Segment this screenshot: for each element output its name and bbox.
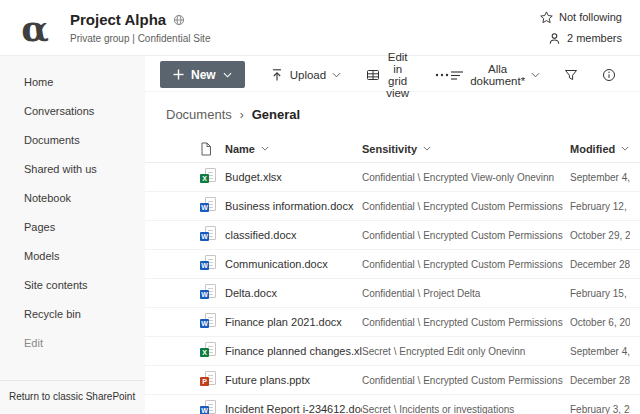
file-modified-date: February 15, 2021 (570, 288, 630, 299)
plus-icon (173, 69, 184, 80)
site-info: Project Alpha Private group | Confidenti… (70, 11, 210, 44)
word-file-icon: W (200, 226, 216, 241)
info-icon (602, 68, 616, 82)
sidebar-item-shared-with-us[interactable]: Shared with us (0, 155, 145, 184)
file-modified-date: December 28, 2020 (570, 375, 630, 386)
new-button-label: New (191, 68, 216, 82)
excel-file-icon: X (200, 342, 216, 357)
return-to-classic-link[interactable]: Return to classic SharePoint (0, 380, 145, 414)
sidebar-item-edit[interactable]: Edit (0, 329, 145, 358)
document-library: Name Sensitivity Modified X Budget.xlsx (145, 135, 640, 414)
chevron-down-icon (531, 72, 540, 78)
command-bar: New Upload (145, 56, 640, 92)
file-name-link[interactable]: Finance planned changes.xlsx (225, 345, 362, 357)
word-file-icon: W (200, 255, 216, 270)
site-logo[interactable]: α (12, 3, 58, 53)
file-modified-date: February 3, 2022 (570, 404, 630, 414)
file-modified-date: September 4, 2022 (570, 346, 630, 357)
sidebar-item-site-contents[interactable]: Site contents (0, 271, 145, 300)
column-header-modified[interactable]: Modified (570, 143, 630, 155)
table-row[interactable]: W Communication.docx Confidential \ Encr… (145, 250, 640, 279)
column-name-label: Name (225, 143, 255, 155)
file-name-link[interactable]: Future plans.pptx (225, 374, 362, 386)
more-options-button[interactable] (434, 68, 450, 82)
word-file-icon: W (200, 197, 216, 212)
file-name-link[interactable]: Delta.docx (225, 287, 362, 299)
file-name-link[interactable]: Incident Report i-234612.docx (225, 403, 362, 414)
file-sensitivity-label: Confidential \ Encrypted View-only Onevi… (362, 172, 570, 183)
filter-funnel-icon (564, 68, 578, 82)
table-row[interactable]: W classified.docx Confidential \ Encrypt… (145, 221, 640, 250)
upload-button[interactable]: Upload (270, 68, 341, 82)
word-file-icon: W (200, 400, 216, 414)
sidebar-item-recycle-bin[interactable]: Recycle bin (0, 300, 145, 329)
file-sensitivity-label: Confidential \ Encrypted Custom Permissi… (362, 201, 570, 212)
breadcrumb-separator: › (240, 108, 244, 122)
members-label: 2 members (567, 32, 622, 44)
chevron-down-icon (423, 146, 431, 151)
sidebar-item-models[interactable]: Models (0, 242, 145, 271)
file-name-link[interactable]: Communication.docx (225, 258, 362, 270)
filter-button[interactable] (564, 68, 578, 82)
edit-in-grid-view-button[interactable]: Edit in grid view (366, 51, 409, 99)
view-lines-icon (450, 69, 464, 81)
upload-label: Upload (290, 69, 326, 81)
file-sensitivity-label: Confidential \ Encrypted Custom Permissi… (362, 375, 570, 386)
edit-in-grid-view-label: Edit in grid view (386, 51, 409, 99)
members-button[interactable]: 2 members (548, 32, 622, 45)
column-modified-label: Modified (570, 143, 615, 155)
sidebar-item-conversations[interactable]: Conversations (0, 97, 145, 126)
file-sensitivity-label: Confidential \ Project Delta (362, 288, 570, 299)
file-modified-date: December 28, 2022 (570, 259, 630, 270)
site-classification-icon (173, 14, 185, 26)
file-name-link[interactable]: Business information.docx (225, 200, 362, 212)
table-row[interactable]: W Delta.docx Confidential \ Project Delt… (145, 279, 640, 308)
file-sensitivity-label: Confidential \ Encrypted Custom Permissi… (362, 317, 570, 328)
chevron-down-icon (621, 146, 629, 151)
sidebar-item-pages[interactable]: Pages (0, 213, 145, 242)
table-row[interactable]: P Future plans.pptx Confidential \ Encry… (145, 366, 640, 395)
column-header-type[interactable] (200, 142, 225, 156)
word-file-icon: W (200, 313, 216, 328)
chevron-down-icon (332, 72, 341, 78)
word-file-icon: W (200, 284, 216, 299)
file-sensitivity-label: Secret \ Encrypted Edit only Onevinn (362, 346, 570, 357)
site-subtitle: Private group | Confidential Site (70, 33, 210, 44)
star-icon (540, 11, 553, 24)
person-icon (548, 32, 561, 45)
table-header: Name Sensitivity Modified (145, 135, 640, 163)
file-name-link[interactable]: classified.docx (225, 229, 362, 241)
site-title[interactable]: Project Alpha (70, 11, 166, 28)
table-row[interactable]: W Finance plan 2021.docx Confidential \ … (145, 308, 640, 337)
column-sensitivity-label: Sensitivity (362, 143, 417, 155)
grid-icon (366, 68, 380, 82)
sidebar-item-home[interactable]: Home (0, 68, 145, 97)
file-name-link[interactable]: Budget.xlsx (225, 171, 362, 183)
column-header-name[interactable]: Name (225, 143, 362, 155)
upload-icon (270, 68, 284, 82)
chevron-down-icon (261, 146, 269, 151)
follow-button[interactable]: Not following (540, 11, 622, 24)
file-name-link[interactable]: Finance plan 2021.docx (225, 316, 362, 328)
table-row[interactable]: W Business information.docx Confidential… (145, 192, 640, 221)
follow-label: Not following (559, 11, 622, 23)
powerpoint-file-icon: P (200, 371, 216, 386)
new-button[interactable]: New (160, 61, 245, 88)
info-button[interactable] (602, 68, 616, 82)
breadcrumb: Documents › General (166, 107, 640, 122)
table-row[interactable]: X Finance planned changes.xlsx Secret \ … (145, 337, 640, 366)
more-options-icon (434, 68, 450, 82)
table-row[interactable]: X Budget.xlsx Confidential \ Encrypted V… (145, 163, 640, 192)
sidebar-item-documents[interactable]: Documents (0, 126, 145, 155)
file-modified-date: September 4, 2022 (570, 172, 630, 183)
file-sensitivity-label: Confidential \ Encrypted Custom Permissi… (362, 259, 570, 270)
excel-file-icon: X (200, 168, 216, 183)
view-selector[interactable]: Alla dokument* (450, 63, 540, 87)
breadcrumb-documents[interactable]: Documents (166, 107, 232, 122)
file-sensitivity-label: Secret \ Incidents or investigations (362, 404, 570, 414)
table-row[interactable]: W Incident Report i-234612.docx Secret \… (145, 395, 640, 414)
file-sensitivity-label: Confidential \ Encrypted Custom Permissi… (362, 230, 570, 241)
sidebar-item-notebook[interactable]: Notebook (0, 184, 145, 213)
file-modified-date: October 6, 2021 (570, 317, 630, 328)
column-header-sensitivity[interactable]: Sensitivity (362, 143, 570, 155)
